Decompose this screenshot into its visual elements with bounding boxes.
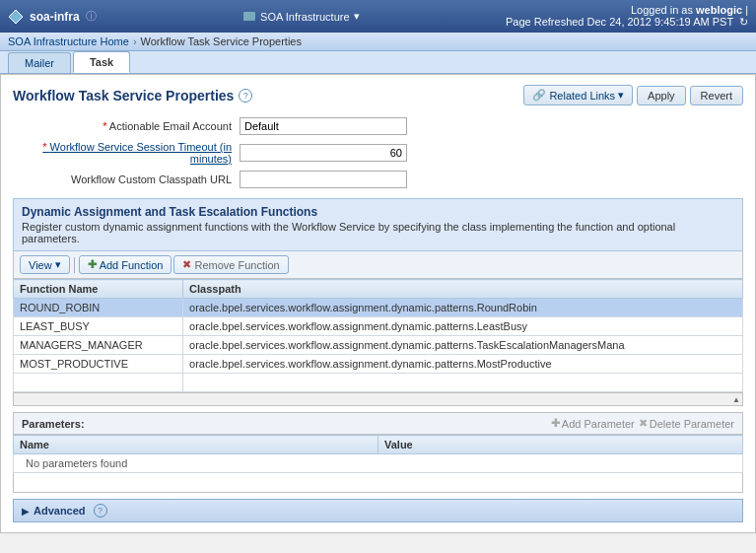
svg-marker-0: [9, 10, 23, 24]
svg-rect-1: [243, 12, 255, 21]
no-data-cell: No parameters found: [14, 454, 743, 473]
app-branding: soa-infra ⓘ: [8, 9, 97, 25]
related-links-button[interactable]: 🔗 Related Links ▾: [523, 85, 633, 105]
related-links-dropdown-icon: ▾: [618, 89, 624, 102]
actionable-email-row: * Actionable Email Account: [13, 117, 743, 135]
breadcrumb-separator: ›: [133, 35, 137, 47]
cell-classpath: oracle.bpel.services.workflow.assignment…: [183, 299, 743, 317]
cell-classpath: oracle.bpel.services.workflow.assignment…: [183, 355, 743, 374]
add-label: Add Function: [100, 259, 164, 271]
username: weblogic: [696, 4, 742, 16]
table-header-row: Function Name Classpath: [14, 280, 743, 299]
view-label: View: [29, 259, 52, 271]
soa-icon: [8, 9, 24, 25]
dynamic-section-title: Dynamic Assignment and Task Escalation F…: [22, 205, 734, 219]
page-refreshed-label: Page Refreshed Dec 24, 2012 9:45:19 AM P…: [506, 16, 733, 28]
col-classpath: Classpath: [183, 280, 743, 299]
cell-function-name: MOST_PRODUCTIVE: [14, 355, 183, 374]
product-label[interactable]: SOA Infrastructure: [260, 11, 349, 23]
page-title-row: Workflow Task Service Properties ? 🔗 Rel…: [13, 85, 743, 105]
functions-toolbar: View ▾ ✚ Add Function ✖ Remove Function: [13, 251, 743, 279]
actionable-email-label: * Actionable Email Account: [13, 120, 240, 132]
cell-function-name: LEAST_BUSY: [14, 317, 183, 336]
classpath-row: Workflow Custom Classpath URL: [13, 171, 743, 188]
breadcrumb-home[interactable]: SOA Infrastructure Home: [8, 35, 129, 47]
functions-table: Function Name Classpath ROUND_ROBINoracl…: [13, 279, 743, 392]
view-dropdown-icon: ▾: [55, 258, 61, 271]
delete-parameter-label: Delete Parameter: [650, 418, 734, 430]
advanced-help-icon[interactable]: ?: [94, 504, 107, 518]
session-timeout-label[interactable]: * Workflow Service Session Timeout (in m…: [13, 141, 240, 165]
breadcrumb-bar: SOA Infrastructure Home › Workflow Task …: [0, 33, 756, 51]
table-row[interactable]: LEAST_BUSYoracle.bpel.services.workflow.…: [14, 317, 743, 336]
advanced-expand-icon: ▶: [22, 506, 30, 517]
classpath-input[interactable]: [240, 171, 407, 188]
username-pipe: |: [745, 4, 748, 16]
add-parameter-label: Add Parameter: [562, 418, 635, 430]
add-parameter-button[interactable]: ✚ Add Parameter: [551, 417, 635, 430]
add-icon: ✚: [88, 258, 97, 271]
delete-parameter-button[interactable]: ✖ Delete Parameter: [639, 417, 734, 430]
session-timeout-input[interactable]: [240, 144, 407, 162]
no-data-text: No parameters found: [20, 451, 133, 475]
related-links-label: Related Links: [549, 90, 615, 102]
cell-function-name: ROUND_ROBIN: [14, 299, 183, 317]
advanced-label: Advanced: [34, 505, 86, 517]
parameters-title: Parameters:: [22, 418, 85, 430]
remove-icon: ✖: [182, 258, 191, 271]
parameters-table: Name Value No parameters found: [13, 435, 743, 473]
col-param-value: Value: [378, 436, 743, 454]
table-row-empty: [14, 374, 743, 392]
advanced-section-bar[interactable]: ▶ Advanced ?: [13, 499, 743, 522]
params-bottom-space: [13, 473, 743, 493]
delete-param-icon: ✖: [639, 417, 648, 430]
view-button[interactable]: View ▾: [20, 255, 70, 274]
cell-classpath: oracle.bpel.services.workflow.assignment…: [183, 317, 743, 336]
required-asterisk2: *: [42, 141, 49, 153]
dynamic-section-desc: Register custom dynamic assignment funct…: [22, 221, 734, 244]
tab-mailer[interactable]: Mailer: [8, 52, 71, 73]
remove-label: Remove Function: [194, 259, 279, 271]
apply-button[interactable]: Apply: [637, 86, 686, 105]
add-function-button[interactable]: ✚ Add Function: [79, 255, 172, 274]
cell-function-name: MANAGERS_MANAGER: [14, 336, 183, 355]
link-icon: 🔗: [532, 89, 546, 102]
info-icon[interactable]: ⓘ: [86, 9, 97, 24]
dynamic-section-header: Dynamic Assignment and Task Escalation F…: [13, 198, 743, 251]
product-icon: [242, 10, 256, 24]
toolbar-separator: [74, 257, 75, 273]
title-group: Workflow Task Service Properties ?: [13, 88, 252, 104]
no-data-row: No parameters found: [14, 454, 743, 473]
actionable-email-input[interactable]: [240, 117, 407, 135]
revert-button[interactable]: Revert: [690, 86, 743, 105]
tabs-row: Mailer Task: [0, 51, 756, 74]
logged-in-label: Logged in as: [631, 4, 693, 16]
tab-task[interactable]: Task: [73, 51, 130, 73]
scroll-indicator[interactable]: ▲: [13, 392, 743, 406]
refresh-icon[interactable]: ↻: [739, 16, 748, 28]
session-timeout-row: * Workflow Service Session Timeout (in m…: [13, 141, 743, 165]
table-row[interactable]: ROUND_ROBINoracle.bpel.services.workflow…: [14, 299, 743, 317]
remove-function-button[interactable]: ✖ Remove Function: [173, 255, 288, 274]
parameters-header: Parameters: ✚ Add Parameter ✖ Delete Par…: [13, 412, 743, 435]
col-function-name: Function Name: [14, 280, 183, 299]
product-nav: SOA Infrastructure ▾: [242, 10, 359, 24]
main-content: Workflow Task Service Properties ? 🔗 Rel…: [0, 74, 756, 533]
parameters-actions: ✚ Add Parameter ✖ Delete Parameter: [551, 417, 734, 430]
breadcrumb-current: Workflow Task Service Properties: [141, 35, 302, 47]
add-param-icon: ✚: [551, 417, 560, 430]
classpath-label: Workflow Custom Classpath URL: [13, 173, 240, 185]
page-title: Workflow Task Service Properties: [13, 88, 234, 104]
app-name: soa-infra: [30, 10, 80, 24]
table-row[interactable]: MOST_PRODUCTIVEoracle.bpel.services.work…: [14, 355, 743, 374]
table-row[interactable]: MANAGERS_MANAGERoracle.bpel.services.wor…: [14, 336, 743, 355]
product-dropdown-icon[interactable]: ▾: [354, 10, 360, 23]
login-info: Logged in as weblogic | Page Refreshed D…: [506, 4, 748, 29]
scroll-arrow-icon: ▲: [732, 395, 740, 404]
action-bar: 🔗 Related Links ▾ Apply Revert: [523, 85, 743, 105]
required-asterisk: *: [103, 120, 109, 132]
page-help-icon[interactable]: ?: [239, 89, 252, 103]
top-header: soa-infra ⓘ SOA Infrastructure ▾ Logged …: [0, 0, 756, 33]
cell-classpath: oracle.bpel.services.workflow.assignment…: [183, 336, 743, 355]
